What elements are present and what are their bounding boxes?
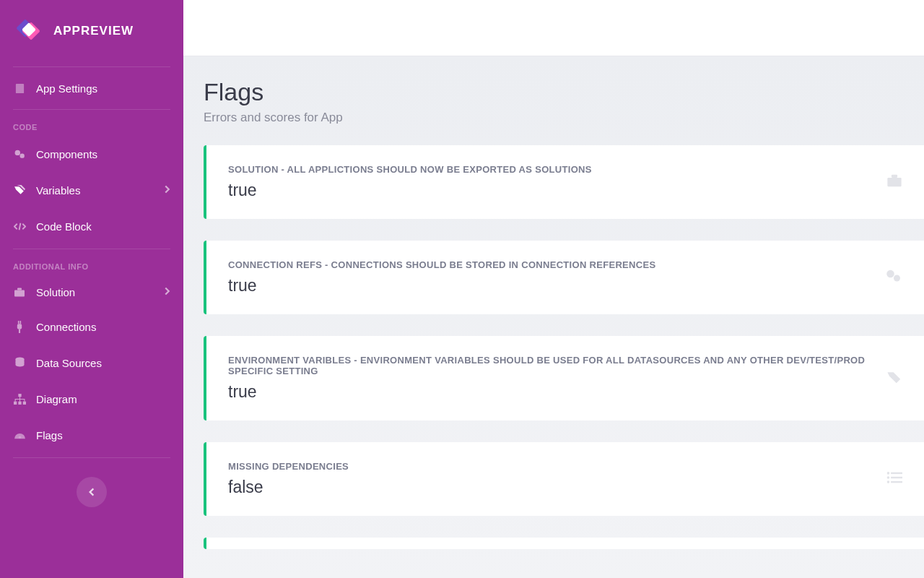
- svg-point-19: [887, 472, 890, 475]
- svg-point-18: [894, 275, 900, 282]
- brand-title: APPREVIEW: [53, 24, 134, 38]
- briefcase-icon: [886, 173, 902, 191]
- nav-divider: [13, 109, 170, 110]
- page-title: Flags: [204, 78, 924, 106]
- svg-rect-6: [18, 321, 19, 324]
- svg-rect-13: [22, 401, 25, 404]
- flag-card-solution: SOLUTION - ALL APPLICTIONS SHOULD NOW BE…: [204, 145, 924, 219]
- nav-section-additional: ADDITIONAL INFO: [0, 254, 183, 275]
- svg-rect-15: [887, 178, 901, 186]
- flag-card-connection-refs: CONNECTION REFS - CONNECTIONS SHOULD BE …: [204, 241, 924, 314]
- nav-divider: [13, 66, 170, 67]
- sidebar-item-solution[interactable]: Solution: [0, 275, 183, 309]
- svg-rect-20: [891, 473, 902, 474]
- sidebar-item-label: Code Block: [36, 220, 170, 233]
- dashboard-icon: [13, 428, 26, 441]
- briefcase-icon: [13, 285, 26, 298]
- svg-rect-10: [18, 394, 21, 397]
- tags-icon: [13, 184, 26, 197]
- svg-point-1: [14, 150, 19, 155]
- flag-card-missing-dependencies: MISSING DEPENDENCIES false: [204, 442, 924, 516]
- gears-icon: [885, 267, 902, 288]
- page-subtitle: Errors and scores for App: [204, 111, 924, 125]
- svg-point-21: [887, 476, 890, 479]
- flag-label: ENVIRONMENT VARIBLES - ENVIRONMENT VARIA…: [228, 355, 875, 376]
- svg-rect-3: [14, 290, 25, 296]
- svg-rect-5: [17, 324, 22, 329]
- flag-card-partial: [204, 538, 924, 549]
- sitemap-icon: [13, 392, 26, 405]
- svg-rect-7: [20, 321, 22, 324]
- svg-rect-12: [18, 401, 21, 404]
- svg-rect-22: [891, 477, 902, 478]
- sidebar-item-diagram[interactable]: Diagram: [0, 381, 183, 417]
- svg-rect-24: [891, 481, 902, 483]
- flag-card-environment-variables: ENVIRONMENT VARIBLES - ENVIRONMENT VARIA…: [204, 336, 924, 420]
- sidebar-item-components[interactable]: Components: [0, 136, 183, 172]
- nav-divider: [13, 457, 170, 458]
- tag-icon: [886, 369, 902, 388]
- chevron-right-icon: [164, 184, 170, 197]
- chevron-left-icon: [88, 487, 95, 497]
- sidebar-item-flags[interactable]: Flags: [0, 417, 183, 453]
- flag-value: true: [228, 382, 875, 402]
- database-icon: [13, 356, 26, 369]
- sidebar-item-data-sources[interactable]: Data Sources: [0, 345, 183, 381]
- topbar: [183, 0, 924, 56]
- sidebar: APPREVIEW App Settings CODE Components V…: [0, 0, 183, 578]
- sidebar-item-label: Data Sources: [36, 357, 170, 369]
- flag-label: MISSING DEPENDENCIES: [228, 461, 875, 472]
- sidebar-item-label: Variables: [36, 184, 154, 197]
- brand: APPREVIEW: [0, 0, 183, 62]
- svg-rect-8: [19, 329, 20, 332]
- sidebar-item-variables[interactable]: Variables: [0, 172, 183, 208]
- sidebar-item-connections[interactable]: Connections: [0, 309, 183, 345]
- sidebar-item-label: Flags: [36, 429, 170, 441]
- svg-point-14: [18, 436, 20, 439]
- sidebar-item-app-settings[interactable]: App Settings: [0, 72, 183, 105]
- chevron-right-icon: [164, 286, 170, 298]
- brand-logo-icon: [14, 17, 42, 45]
- flag-value: true: [228, 181, 875, 200]
- nav-divider: [13, 249, 170, 249]
- collapse-sidebar-button[interactable]: [77, 477, 107, 507]
- sidebar-item-label: Connections: [36, 321, 170, 333]
- svg-rect-16: [892, 175, 897, 178]
- sidebar-item-label: Components: [36, 148, 170, 160]
- sidebar-item-label: Diagram: [36, 393, 170, 405]
- svg-rect-4: [17, 288, 22, 290]
- sidebar-item-label: App Settings: [36, 82, 170, 95]
- plug-icon: [13, 320, 26, 333]
- list-icon: [886, 471, 902, 487]
- flag-label: SOLUTION - ALL APPLICTIONS SHOULD NOW BE…: [228, 164, 875, 175]
- flag-label: CONNECTION REFS - CONNECTIONS SHOULD BE …: [228, 259, 873, 270]
- content: Flags Errors and scores for App SOLUTION…: [183, 56, 924, 578]
- file-icon: [13, 82, 26, 95]
- svg-rect-0: [15, 83, 23, 92]
- nav-section-code: CODE: [0, 114, 183, 136]
- gears-icon: [13, 147, 26, 160]
- code-icon: [13, 220, 26, 233]
- svg-rect-11: [14, 401, 17, 404]
- svg-point-17: [886, 270, 894, 278]
- flag-value: true: [228, 276, 873, 296]
- svg-point-23: [887, 480, 890, 483]
- sidebar-item-code-block[interactable]: Code Block: [0, 208, 183, 244]
- flag-value: false: [228, 478, 875, 497]
- sidebar-item-label: Solution: [36, 286, 154, 298]
- svg-point-2: [19, 153, 24, 158]
- main: Flags Errors and scores for App SOLUTION…: [183, 0, 924, 578]
